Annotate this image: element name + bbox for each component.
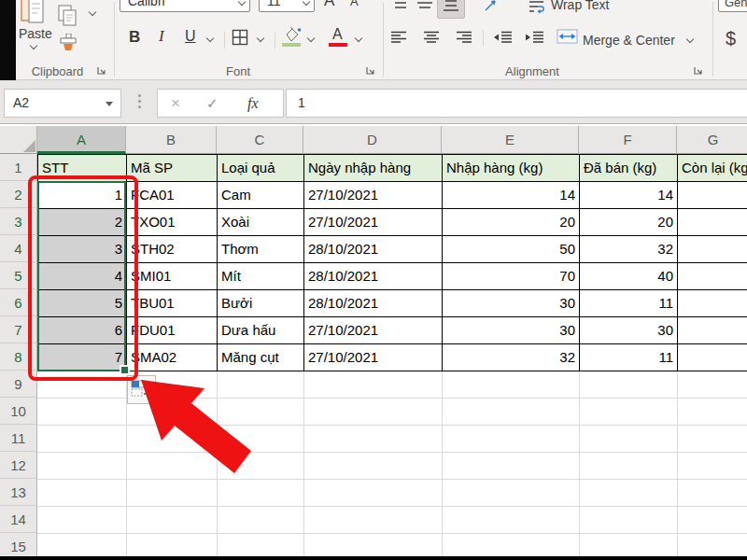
- cell-D3[interactable]: 27/10/2021: [304, 209, 443, 236]
- column-header-A[interactable]: A: [37, 126, 126, 154]
- shrink-font-icon[interactable]: A: [350, 0, 359, 8]
- merge-center-button[interactable]: Merge & Center: [583, 33, 675, 48]
- cell-D6[interactable]: 28/10/2021: [304, 290, 443, 317]
- cell-A6[interactable]: 5: [38, 290, 127, 317]
- font-color-dropdown-icon[interactable]: [355, 35, 362, 42]
- cell-E4[interactable]: 50: [443, 236, 580, 263]
- format-painter-icon[interactable]: [58, 34, 78, 52]
- cell-B4[interactable]: STH02: [127, 236, 218, 263]
- header-cell-E1[interactable]: Nhập hàng (kg): [443, 155, 580, 182]
- font-color-icon[interactable]: A: [332, 26, 343, 43]
- name-box[interactable]: A2: [4, 89, 121, 118]
- paste-icon[interactable]: [19, 0, 47, 24]
- cell-C4[interactable]: Thơm: [218, 236, 304, 263]
- increase-indent-icon[interactable]: [525, 31, 544, 45]
- cell-A7[interactable]: 6: [38, 317, 127, 344]
- bottom-align-button[interactable]: [437, 0, 465, 19]
- insert-function-icon[interactable]: fx: [247, 90, 259, 117]
- column-header-C[interactable]: C: [217, 126, 303, 154]
- cell-C8[interactable]: Măng cụt: [218, 344, 304, 371]
- select-all-corner[interactable]: [0, 126, 37, 154]
- cell-B6[interactable]: TBU01: [127, 290, 218, 317]
- row-header-2[interactable]: 2: [0, 181, 37, 208]
- merge-center-icon[interactable]: [557, 29, 578, 45]
- cell-C7[interactable]: Dưa hấu: [218, 317, 304, 344]
- font-name-combo[interactable]: Calibri: [120, 0, 250, 12]
- underline-dropdown-icon[interactable]: [206, 35, 214, 42]
- fill-color-dropdown-icon[interactable]: [307, 35, 315, 42]
- column-header-G[interactable]: G: [677, 126, 747, 154]
- column-header-F[interactable]: F: [579, 126, 677, 154]
- cell-B7[interactable]: FDU01: [127, 317, 218, 344]
- cell-G8[interactable]: [678, 344, 747, 371]
- cell-G5[interactable]: [678, 263, 747, 290]
- cell-E6[interactable]: 30: [443, 290, 580, 317]
- cell-F3[interactable]: 20: [580, 209, 678, 236]
- cell-F4[interactable]: 32: [580, 236, 678, 263]
- row-header-9[interactable]: 9: [0, 371, 37, 398]
- cell-G7[interactable]: [678, 317, 747, 344]
- cell-A4[interactable]: 3: [38, 236, 127, 263]
- paste-button[interactable]: Paste: [19, 26, 52, 41]
- row-header-10[interactable]: 10: [0, 398, 37, 425]
- cell-F8[interactable]: 11: [580, 344, 678, 371]
- italic-button[interactable]: I: [159, 27, 164, 46]
- cell-G2[interactable]: [678, 182, 747, 209]
- header-cell-C1[interactable]: Loại quả: [218, 155, 304, 182]
- header-cell-G1[interactable]: Còn lại (kg): [678, 155, 747, 182]
- formula-input[interactable]: 1: [286, 89, 747, 118]
- font-size-combo[interactable]: 11: [259, 0, 315, 12]
- cell-B3[interactable]: TXO01: [127, 209, 218, 236]
- number-format-combo[interactable]: General: [718, 0, 747, 12]
- cell-C5[interactable]: Mít: [218, 263, 304, 290]
- top-align-icon[interactable]: [392, 0, 409, 11]
- copy-icon[interactable]: [58, 5, 78, 27]
- alignment-dialog-launcher-icon[interactable]: [693, 65, 704, 77]
- cell-A5[interactable]: 4: [38, 263, 127, 290]
- decrease-indent-icon[interactable]: [493, 31, 513, 45]
- name-box-dropdown-icon[interactable]: [106, 102, 113, 106]
- fill-handle[interactable]: [121, 367, 128, 373]
- cell-F7[interactable]: 30: [580, 317, 678, 344]
- row-header-5[interactable]: 5: [0, 262, 37, 289]
- cell-E3[interactable]: 20: [443, 209, 580, 236]
- middle-align-icon[interactable]: [416, 0, 433, 11]
- align-center-icon[interactable]: [422, 31, 441, 45]
- wrap-text-button[interactable]: Wrap Text: [551, 0, 610, 12]
- font-dialog-launcher-icon[interactable]: [365, 65, 376, 77]
- cell-A8[interactable]: 7: [38, 344, 127, 371]
- borders-dropdown-icon[interactable]: [257, 35, 264, 42]
- underline-button[interactable]: U: [185, 28, 196, 45]
- column-header-D[interactable]: D: [303, 126, 442, 154]
- autofill-options-button[interactable]: [127, 375, 156, 404]
- cell-A3[interactable]: 2: [38, 209, 127, 236]
- row-header-8[interactable]: 8: [0, 343, 37, 371]
- cell-D8[interactable]: 27/10/2021: [304, 344, 443, 371]
- header-cell-B1[interactable]: Mã SP: [127, 155, 218, 182]
- cell-D2[interactable]: 27/10/2021: [304, 182, 443, 209]
- cell-D7[interactable]: 27/10/2021: [304, 317, 443, 344]
- row-header-12[interactable]: 12: [0, 452, 37, 479]
- cell-B8[interactable]: SMA02: [127, 344, 218, 371]
- cell-B5[interactable]: SMI01: [127, 263, 218, 290]
- header-cell-A1[interactable]: STT: [38, 155, 127, 182]
- cell-E7[interactable]: 30: [443, 317, 580, 344]
- row-header-14[interactable]: 14: [0, 506, 37, 533]
- cell-E2[interactable]: 14: [443, 182, 580, 209]
- orientation-icon[interactable]: [484, 0, 499, 13]
- cell-A2[interactable]: 1: [38, 182, 127, 209]
- cell-C3[interactable]: Xoài: [218, 209, 304, 236]
- merge-center-dropdown-icon[interactable]: [686, 35, 694, 43]
- paste-dropdown-icon[interactable]: [30, 42, 37, 49]
- copy-dropdown-icon[interactable]: [89, 8, 96, 16]
- row-header-13[interactable]: 13: [0, 479, 37, 506]
- cancel-icon[interactable]: ×: [171, 90, 180, 117]
- cell-E5[interactable]: 70: [443, 263, 580, 290]
- accounting-format-button[interactable]: $: [726, 28, 736, 49]
- column-header-E[interactable]: E: [442, 126, 579, 154]
- cell-B2[interactable]: FCA01: [127, 182, 218, 209]
- row-header-3[interactable]: 3: [0, 208, 37, 235]
- bold-button[interactable]: B: [129, 28, 140, 47]
- clipboard-dialog-launcher-icon[interactable]: [96, 65, 107, 77]
- cell-G3[interactable]: [678, 209, 747, 236]
